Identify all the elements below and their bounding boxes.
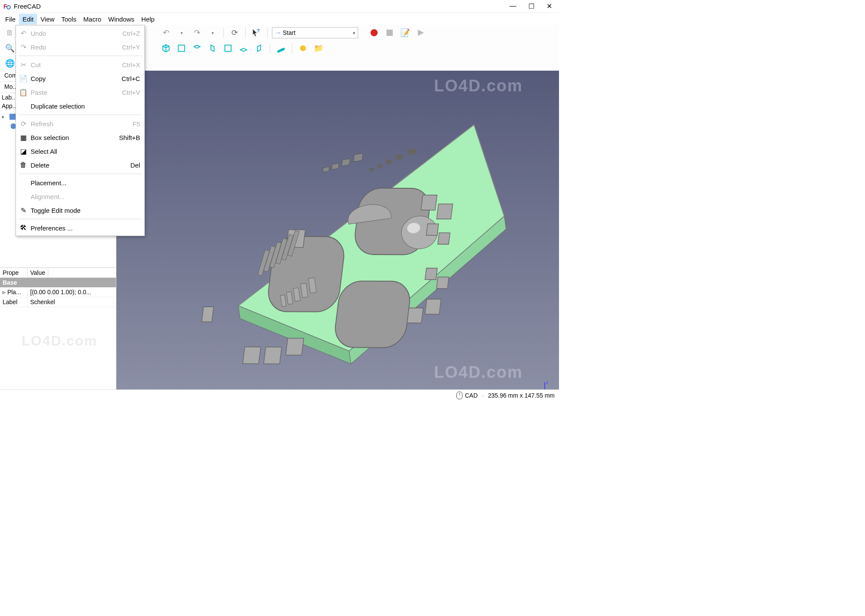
menu-file[interactable]: File: [2, 14, 19, 25]
view-front-icon[interactable]: [175, 42, 188, 55]
stop-macro-icon[interactable]: [383, 26, 396, 39]
part-icon[interactable]: [297, 42, 309, 55]
record-macro-icon[interactable]: [368, 26, 381, 39]
window-title: FreeCAD: [14, 3, 41, 10]
zoom-fit-icon[interactable]: 🔍: [3, 42, 16, 55]
redo-icon[interactable]: ↷: [190, 26, 203, 39]
menu-item-label: Toggle Edit mode: [31, 207, 81, 214]
menu-item-icon: [19, 178, 28, 187]
property-group-base: Base: [0, 278, 116, 287]
property-row-label[interactable]: Label Schenkel: [0, 297, 116, 307]
property-row-placement[interactable]: ▹ Pla... [(0.00 0.00 1.00); 0.0...: [0, 287, 116, 297]
menu-item-label: Alignment...: [31, 193, 65, 200]
menu-help[interactable]: Help: [138, 14, 158, 25]
menu-view[interactable]: View: [37, 14, 58, 25]
view-top-icon[interactable]: [190, 42, 203, 55]
menu-tools[interactable]: Tools: [58, 14, 80, 25]
web-icon[interactable]: 🌐: [3, 57, 16, 70]
3d-model: [162, 84, 549, 399]
svg-rect-16: [333, 281, 412, 348]
workbench-label: Start: [283, 29, 296, 36]
cursor-coords: 235.96 mm x 147.55 mm: [488, 392, 555, 399]
new-file-icon[interactable]: 🗎: [3, 26, 16, 39]
view-rear-icon[interactable]: [222, 42, 234, 55]
watermark: LO4D.com: [434, 361, 546, 387]
menu-macro[interactable]: Macro: [80, 14, 105, 25]
svg-rect-38: [331, 163, 339, 170]
svg-rect-49: [275, 238, 287, 264]
menu-item-icon: 📋: [19, 87, 28, 97]
chevron-down-icon: ▾: [353, 31, 355, 35]
redo-dropdown-icon[interactable]: ▾: [206, 26, 219, 39]
menu-windows[interactable]: Windows: [105, 14, 138, 25]
menu-item-icon: [19, 101, 28, 111]
nav-mode[interactable]: CAD: [465, 392, 478, 399]
undo-dropdown-icon[interactable]: ▾: [175, 26, 188, 39]
menu-item-copy[interactable]: 📄CopyCtrl+C: [16, 72, 144, 85]
menu-item-shortcut: Ctrl+V: [122, 89, 140, 96]
minimize-button[interactable]: —: [509, 2, 516, 10]
watermark: LO4D.com: [434, 75, 546, 101]
edit-macro-icon[interactable]: 📝: [399, 26, 412, 39]
3d-viewport[interactable]: LO4D.com LO4D.com: [116, 71, 559, 401]
svg-rect-43: [293, 287, 300, 301]
svg-rect-51: [287, 230, 299, 256]
whats-this-icon[interactable]: ?: [250, 26, 263, 39]
undo-icon[interactable]: ↶: [159, 26, 172, 39]
svg-rect-50: [281, 234, 293, 260]
menu-item-label: Refresh: [31, 120, 53, 128]
menu-item-icon: ✎: [19, 205, 28, 215]
refresh-icon[interactable]: ⟳: [228, 26, 241, 39]
mouse-nav-icon[interactable]: [456, 392, 462, 399]
menu-item-icon: 📄: [19, 74, 28, 83]
run-macro-icon[interactable]: [414, 26, 427, 39]
property-grid: Prope Value Base ▹ Pla... [(0.00 0.00 1.…: [0, 268, 116, 401]
menu-item-preferences[interactable]: 🛠Preferences ...: [16, 221, 144, 235]
menu-item-label: Undo: [31, 30, 46, 37]
menu-item-select-all[interactable]: ◪Select All: [16, 144, 144, 158]
tree-caret-icon[interactable]: ▾: [2, 115, 7, 119]
menu-item-box-selection[interactable]: ▦Box selectionShift+B: [16, 131, 144, 144]
menu-item-icon: ▦: [19, 133, 28, 142]
svg-rect-22: [425, 299, 440, 314]
menu-item-toggle-edit-mode[interactable]: ✎Toggle Edit mode: [16, 203, 144, 217]
menu-edit[interactable]: Edit: [19, 14, 37, 25]
menu-item-icon: ↶: [19, 28, 28, 38]
svg-rect-14: [265, 236, 346, 312]
workbench-selector[interactable]: → Start ▾: [272, 27, 358, 38]
menu-item-icon: ⟳: [19, 119, 28, 128]
svg-rect-47: [263, 246, 275, 271]
svg-rect-30: [286, 230, 305, 247]
svg-point-33: [376, 164, 383, 169]
view-right-icon[interactable]: [206, 42, 219, 55]
svg-rect-45: [308, 277, 316, 293]
measure-icon[interactable]: [275, 42, 287, 55]
menu-item-label: Cut: [31, 61, 41, 68]
svg-text:LO4D.com: LO4D.com: [434, 77, 523, 95]
menu-item-label: Box selection: [31, 134, 69, 141]
menu-item-placement[interactable]: Placement...: [16, 176, 144, 190]
svg-rect-4: [387, 30, 393, 36]
svg-point-35: [394, 153, 404, 161]
menu-item-icon: [19, 192, 28, 201]
svg-point-3: [371, 29, 378, 37]
menu-item-shortcut: Ctrl+Y: [122, 44, 140, 51]
folder-icon[interactable]: 📁: [312, 42, 325, 55]
view-left-icon[interactable]: [253, 42, 265, 55]
close-button[interactable]: ✕: [546, 2, 552, 10]
menu-item-delete[interactable]: 🗑DeleteDel: [16, 158, 144, 172]
edit-menu-dropdown: ↶UndoCtrl+Z↷RedoCtrl+Y✂CutCtrl+X📄CopyCtr…: [16, 25, 145, 236]
menu-item-icon: ◪: [19, 146, 28, 156]
view-bottom-icon[interactable]: [237, 42, 250, 55]
svg-rect-5: [178, 45, 185, 52]
svg-marker-13: [333, 216, 521, 364]
view-iso-icon[interactable]: [159, 42, 172, 55]
menu-separator: [19, 115, 142, 115]
menu-item-duplicate-selection[interactable]: Duplicate selection: [16, 99, 144, 113]
app-logo-icon: F: [3, 3, 11, 10]
svg-rect-23: [426, 224, 438, 235]
menu-item-label: Select All: [31, 148, 57, 155]
expand-icon[interactable]: ▹: [3, 289, 6, 296]
maximize-button[interactable]: ☐: [528, 2, 534, 10]
menu-item-label: Placement...: [31, 179, 66, 187]
